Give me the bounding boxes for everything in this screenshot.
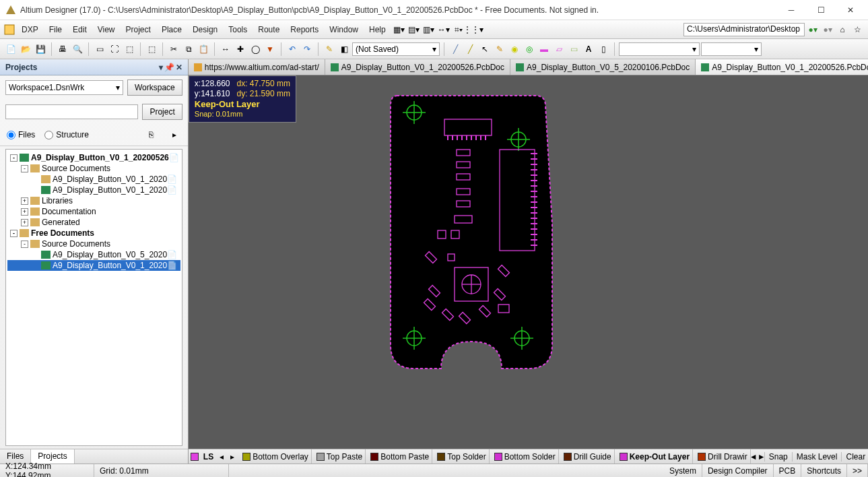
status-system[interactable]: System xyxy=(664,464,702,477)
layer-prev-icon[interactable]: ◂ xyxy=(216,452,227,462)
path-box[interactable]: C:\Users\Administrator\Desktop xyxy=(683,23,805,36)
filter-icon[interactable]: ▼ xyxy=(263,42,277,56)
projects-panel-header[interactable]: Projects ▾📌✕ xyxy=(0,59,188,75)
project-button[interactable]: Project xyxy=(142,104,182,120)
saved-filter-combo[interactable]: (Not Saved)▾ xyxy=(352,42,440,56)
workspace-dropdown[interactable]: Workspace1.DsnWrk▾ xyxy=(5,80,123,95)
project-tree[interactable]: -A9_Display_Button_V0_1_20200526 📄-Sourc… xyxy=(5,149,182,446)
new-icon[interactable]: 📄 xyxy=(4,42,18,56)
pcb-canvas[interactable]: x:128.660 dx: 47.750 mm y:141.610 dy: 21… xyxy=(189,75,868,449)
editor-tab[interactable]: A9_Display_Button_V0_1_20200526.PcbDoc xyxy=(325,59,510,75)
menu-place[interactable]: Place xyxy=(156,22,187,37)
menu-dots-icon[interactable]: ⋮⋮▾ xyxy=(467,23,480,36)
menu-view[interactable]: View xyxy=(92,22,121,37)
mask-level-button[interactable]: Mask Level xyxy=(792,452,842,462)
tree-item[interactable]: +Generated xyxy=(7,217,180,228)
menu-design[interactable]: Design xyxy=(187,22,223,37)
editor-tab[interactable]: https://www.altium.com/ad-start/ xyxy=(189,59,325,75)
lasso-icon[interactable]: ◯ xyxy=(248,42,262,56)
fav-icon[interactable]: ☆ xyxy=(850,23,864,36)
route2-icon[interactable]: ╱ xyxy=(463,42,477,56)
nav-back-icon[interactable]: ●▾ xyxy=(806,23,820,36)
layer-tab[interactable]: Bottom Paste xyxy=(366,449,432,464)
tree-refresh-icon[interactable]: ▸ xyxy=(168,128,181,141)
layer-tab[interactable]: Top Paste xyxy=(312,449,366,464)
panel-menu-icon[interactable]: ▾ xyxy=(159,63,163,72)
layer-tab[interactable]: Drill Guide xyxy=(559,449,615,464)
paste-icon[interactable]: 📋 xyxy=(197,42,210,56)
undo-icon[interactable]: ↶ xyxy=(286,42,299,56)
zoom-area-icon[interactable]: 🔍 xyxy=(71,42,84,56)
doc-icon[interactable]: ▭ xyxy=(93,42,106,56)
structure-radio[interactable]: Structure xyxy=(44,130,89,139)
mode-icon[interactable]: ◧ xyxy=(337,42,351,56)
editor-tab[interactable]: A9_Display_Button_V0_5_20200106.PcbDoc xyxy=(510,59,696,75)
text-icon[interactable]: A xyxy=(582,42,595,56)
tree-item[interactable]: A9_Display_Button_V0_1_2020 📄 xyxy=(7,174,180,185)
fill-icon[interactable]: ▬ xyxy=(537,42,551,56)
layer-tab[interactable]: Bottom Solder xyxy=(490,449,559,464)
panel-close-icon[interactable]: ✕ xyxy=(176,63,182,72)
grid-combo[interactable]: ▾ xyxy=(701,42,762,56)
status-more[interactable]: >> xyxy=(847,464,868,477)
layer-scroll-icon[interactable]: ◄► xyxy=(751,450,764,464)
workspace-button[interactable]: Workspace xyxy=(127,80,182,96)
files-radio[interactable]: Files xyxy=(7,130,35,139)
pad-icon[interactable]: ◎ xyxy=(523,42,536,56)
tree-opts-icon[interactable]: ⎘ xyxy=(145,128,158,141)
tree-item[interactable]: -Free Documents xyxy=(7,228,180,238)
route-icon[interactable]: ╱ xyxy=(448,42,462,56)
menu-dim-icon[interactable]: ↔▾ xyxy=(437,23,450,36)
region-icon[interactable]: ▭ xyxy=(567,42,580,56)
tree-item[interactable]: A9_Display_Button_V0_1_2020 📄 xyxy=(7,185,180,195)
menu-align-icon[interactable]: ▥▾ xyxy=(422,23,436,36)
fit-icon[interactable]: ⛶ xyxy=(108,42,121,56)
tree-item[interactable]: A9_Display_Button_V0_1_2020 📄 xyxy=(7,260,180,271)
tree-item[interactable]: +Libraries xyxy=(7,195,180,206)
nav-fwd-icon[interactable]: ●▾ xyxy=(821,23,834,36)
panel-pin-icon[interactable]: 📌 xyxy=(164,63,174,72)
menu-edit[interactable]: Edit xyxy=(67,22,92,37)
menu-help[interactable]: Help xyxy=(364,22,391,37)
print-icon[interactable]: 🖶 xyxy=(56,42,69,56)
snap-button[interactable]: Snap xyxy=(764,452,792,462)
project-filter-input[interactable] xyxy=(5,104,138,119)
comp-icon[interactable]: ▯ xyxy=(597,42,610,56)
edit-icon[interactable]: ✎ xyxy=(493,42,506,56)
layer-tab[interactable]: Top Solder xyxy=(432,449,489,464)
menu-reports[interactable]: Reports xyxy=(285,22,324,37)
editor-tab[interactable]: A9_Display_Button_V0_1_20200526.PcbDoc * xyxy=(696,59,868,75)
move-icon[interactable]: ↔ xyxy=(219,42,232,56)
layer-tab[interactable]: Bottom Overlay xyxy=(238,449,312,464)
cursor-icon[interactable]: ↖ xyxy=(478,42,492,56)
poly-icon[interactable]: ▱ xyxy=(552,42,566,56)
menu-layers-icon[interactable]: ▤▾ xyxy=(407,23,421,36)
close-button[interactable]: ✕ xyxy=(838,2,863,18)
layer-tab[interactable]: Keep-Out Layer xyxy=(615,449,693,464)
menu-dxp[interactable]: DXP xyxy=(16,22,44,37)
home-icon[interactable]: ⌂ xyxy=(836,23,849,36)
cross-icon[interactable]: ✚ xyxy=(234,42,247,56)
menu-project[interactable]: Project xyxy=(121,22,156,37)
zoom-sel-icon[interactable]: ⬚ xyxy=(123,42,136,56)
menu-tools[interactable]: Tools xyxy=(223,22,253,37)
open-icon[interactable]: 📂 xyxy=(19,42,32,56)
tree-item[interactable]: -Source Documents xyxy=(7,238,180,249)
minimize-button[interactable]: ─ xyxy=(779,2,803,18)
tree-item[interactable]: -Source Documents xyxy=(7,163,180,174)
menu-window[interactable]: Window xyxy=(324,22,364,37)
redo-icon[interactable]: ↷ xyxy=(300,42,314,56)
copy-icon[interactable]: ⧉ xyxy=(182,42,195,56)
select-icon[interactable]: ⬚ xyxy=(145,42,158,56)
highlight-icon[interactable]: ✎ xyxy=(323,42,336,56)
save-icon[interactable]: 💾 xyxy=(34,42,47,56)
status-pcb[interactable]: PCB xyxy=(774,464,802,477)
ls-label[interactable]: LS xyxy=(201,452,216,462)
clear-button[interactable]: Clear xyxy=(841,452,868,462)
tree-item[interactable]: +Documentation xyxy=(7,206,180,217)
layer-next-icon[interactable]: ▸ xyxy=(227,452,238,462)
menu-grid-icon[interactable]: ▦▾ xyxy=(393,23,406,36)
tree-item[interactable]: -A9_Display_Button_V0_1_20200526 📄 xyxy=(7,152,180,163)
status-design-compiler[interactable]: Design Compiler xyxy=(702,464,774,477)
via-icon[interactable]: ◉ xyxy=(508,42,521,56)
